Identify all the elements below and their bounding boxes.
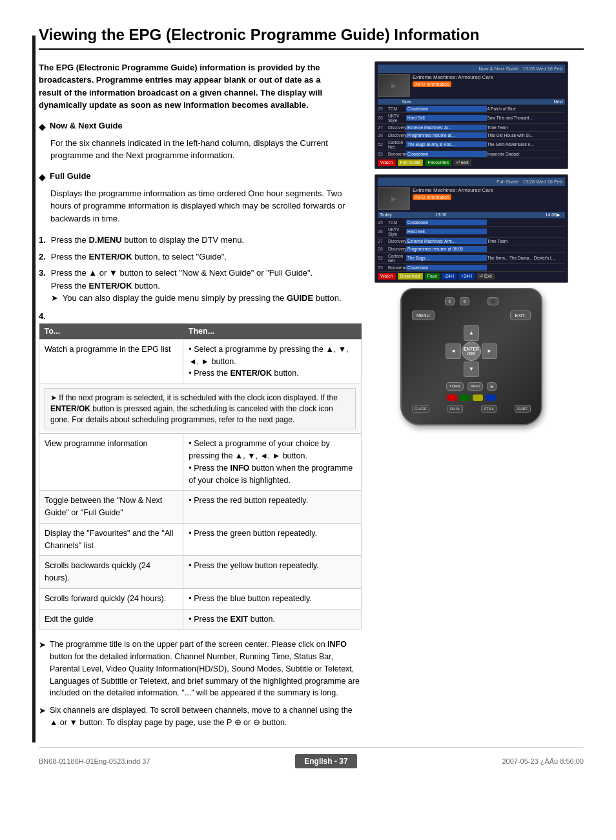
page-title: Viewing the EPG (Electronic Programme Gu… bbox=[39, 26, 584, 50]
epg-info-button-2[interactable]: INFO Information bbox=[413, 194, 451, 200]
step-4-container: 4. To... Then... Watch a programme in th… bbox=[39, 311, 362, 630]
remote-body: ① ② ⬛ MENU EXIT- bbox=[400, 288, 542, 425]
table-row: View programme information• Select a pro… bbox=[39, 434, 362, 491]
bottom-notes: ➤ The programme title is on the upper pa… bbox=[39, 639, 362, 728]
epg-favourites-btn[interactable]: Favourites bbox=[425, 159, 451, 166]
epg-full-guide-header: Today 13:00 14:00 ▶ bbox=[378, 212, 565, 218]
epg-thumbnail: ▶ bbox=[378, 74, 410, 97]
epg-24h-back-btn[interactable]: -24H bbox=[442, 273, 457, 280]
epg-channel-row: 28DiscoveryH.Programmes resume at...This… bbox=[378, 132, 565, 139]
epg-24h-fwd-btn[interactable]: +24H bbox=[458, 273, 475, 280]
section-now-next-title: Now & Next Guide bbox=[50, 121, 123, 130]
table-cell-to: Exit the guide bbox=[39, 609, 183, 630]
remote-color-buttons bbox=[412, 394, 531, 401]
epg-download-btn[interactable]: Download bbox=[398, 273, 423, 280]
table-header-to: To... bbox=[39, 323, 183, 340]
step-2-text: Press the ENTER/OK button, to select "Gu… bbox=[51, 251, 227, 263]
remote-subt-btn[interactable]: SUBT. bbox=[515, 405, 531, 413]
remote-enter-btn[interactable]: ENTER/OK bbox=[462, 342, 481, 361]
remote-yellow-btn[interactable] bbox=[473, 394, 483, 401]
section-now-next: ◆ Now & Next Guide bbox=[39, 121, 362, 132]
epg-channel-row: 26UKTV StyleHard SellSaw This and Though… bbox=[378, 113, 565, 124]
epg-prog-info-2: Extreme Machines: Armoured Cars INFO Inf… bbox=[413, 187, 565, 210]
remote-right-btn[interactable]: ► bbox=[482, 343, 497, 359]
table-cell-then: • Press the EXIT button. bbox=[183, 609, 362, 630]
table-row: Scrolls forward quickly (24 hours).• Pre… bbox=[39, 588, 362, 609]
remote-extra-btn[interactable]: ☰ bbox=[487, 382, 497, 391]
step-3: 3. Press the ▲ or ▼ button to select "No… bbox=[39, 267, 362, 305]
note-cell: ➤ If the next program is selected, it is… bbox=[39, 384, 362, 434]
bottom-note-2-text: Six channels are displayed. To scroll be… bbox=[50, 704, 362, 729]
bottom-note-1-text: The programme title is on the upper part… bbox=[50, 639, 362, 699]
table-cell-to: Display the "Favourites" and the "All Ch… bbox=[39, 523, 183, 556]
epg-channel-row: 53BoomerangClosedown bbox=[378, 264, 565, 272]
epg-channel-row: 25TCMClosedownA Patch of Blue bbox=[378, 105, 565, 113]
table-cell-to: Scrolls forward quickly (24 hours). bbox=[39, 588, 183, 609]
note-row: ➤ If the next program is selected, it is… bbox=[39, 384, 362, 434]
table-cell-to: Watch a programme in the EPG list bbox=[39, 339, 183, 384]
epg-now-next-rows: 25TCMClosedownA Patch of Blue26UKTV Styl… bbox=[378, 105, 565, 158]
step-4-num: 4. bbox=[39, 311, 46, 321]
bottom-note-1: ➤ The programme title is on the upper pa… bbox=[39, 639, 362, 699]
section-now-next-body: For the six channels indicated in the le… bbox=[50, 137, 362, 162]
remote-turn-btn[interactable]: TURN bbox=[446, 382, 464, 391]
remote-btn-1[interactable]: ① bbox=[445, 297, 455, 305]
remote-exit-btn[interactable]: EXIT- bbox=[510, 311, 531, 320]
epg-channel-row: 53BoomerangClosedownInspector Gadget bbox=[378, 150, 565, 158]
epg-info-button[interactable]: INFO Information bbox=[413, 81, 451, 87]
remote-red-btn[interactable] bbox=[447, 394, 457, 401]
remote-green-btn[interactable] bbox=[460, 394, 470, 401]
epg-channel-row: 25TCMClosedown bbox=[378, 219, 565, 227]
remote-menu-btn[interactable]: MENU bbox=[412, 311, 435, 320]
remote-btn-3[interactable]: ⬛ bbox=[488, 297, 498, 305]
guide-table: To... Then... Watch a programme in the E… bbox=[39, 323, 362, 630]
epg-exit-btn[interactable]: ⏎ Exit bbox=[453, 159, 471, 166]
remote-dpad: ▲ ▼ ◄ ► ENTER/OK bbox=[446, 325, 497, 377]
step-3-text: Press the ▲ or ▼ button to select "Now &… bbox=[51, 267, 342, 305]
remote-dpad-area: ▲ ▼ ◄ ► ENTER/OK bbox=[412, 325, 531, 377]
epg-channel-row: 52Cartoon Net.The Bugs...The 6mm... The … bbox=[378, 253, 565, 264]
remote-turn-info-row: TURN INFO ☰ bbox=[412, 382, 531, 391]
epg-full-guide-screen: Full Guide 13:28 Wed 16 Feb ▶ Extreme Ma… bbox=[375, 174, 568, 283]
step-1-text: Press the D.MENU button to display the D… bbox=[51, 234, 244, 247]
table-cell-then: • Select a programme by pressing the ▲, … bbox=[183, 339, 362, 384]
section-full-guide-body: Displays the programme information as ti… bbox=[50, 187, 362, 225]
epg-now-next-header: Now Next bbox=[378, 99, 565, 105]
epg-channel-row: 27DiscoveryExtreme Machines: Arm...Time … bbox=[378, 238, 565, 245]
remote-guide-btn[interactable]: GUIDE bbox=[412, 405, 429, 413]
epg-channel-row: 27DiscoveryExtreme Machines: Ar...Time T… bbox=[378, 124, 565, 132]
right-panel: Now & Next Guide 13:28 Wed 16 Feb ▶ Extr… bbox=[375, 61, 568, 734]
epg-full-guide-title: Full Guide 13:28 Wed 16 Feb bbox=[378, 178, 565, 186]
epg-watch-btn[interactable]: Watch bbox=[378, 159, 396, 166]
remote-down-btn[interactable]: ▼ bbox=[464, 362, 479, 377]
table-row: Watch a programme in the EPG list• Selec… bbox=[39, 339, 362, 384]
epg-channel-row: 28DiscoveryH.Programmes resume at 06:00 bbox=[378, 245, 565, 253]
epg-favourites-btn-2[interactable]: Favs bbox=[425, 273, 440, 280]
remote-up-btn[interactable]: ▲ bbox=[464, 325, 479, 341]
table-cell-then: • Press the blue button repeatedly. bbox=[183, 588, 362, 609]
epg-watch-btn-2[interactable]: Watch bbox=[378, 273, 396, 280]
remote-control-image: ① ② ⬛ MENU EXIT- bbox=[375, 288, 568, 425]
remote-top-buttons: ① ② ⬛ bbox=[412, 297, 531, 305]
diamond-icon: ◆ bbox=[39, 121, 46, 132]
epg-now-next-footer: Watch Full Guide Favourites ⏎ Exit bbox=[378, 159, 565, 166]
table-header-then: Then... bbox=[183, 323, 362, 340]
table-cell-then: • Press the red button repeatedly. bbox=[183, 491, 362, 524]
intro-text: The EPG (Electronic Programme Guide) inf… bbox=[39, 61, 336, 112]
remote-left-btn[interactable]: ◄ bbox=[446, 343, 461, 359]
remote-blue-btn[interactable] bbox=[486, 394, 496, 401]
epg-thumbnail-2: ▶ bbox=[378, 187, 410, 210]
remote-btn-2[interactable]: ② bbox=[460, 297, 469, 305]
epg-full-guide-btn[interactable]: Full Guide bbox=[398, 159, 424, 166]
page-footer: BN68-01186H-01Eng-0523.indd 37 English -… bbox=[39, 747, 584, 768]
epg-now-next-title: Now & Next Guide 13:28 Wed 16 Feb bbox=[378, 65, 565, 73]
table-cell-then: • Press the yellow button repeatedly. bbox=[183, 556, 362, 589]
steps-list: 1. Press the D.MENU button to display th… bbox=[39, 234, 362, 305]
diamond-icon-2: ◆ bbox=[39, 172, 46, 182]
remote-info-btn[interactable]: INFO bbox=[467, 382, 483, 391]
remote-dual-btn[interactable]: DUAL bbox=[447, 405, 463, 413]
epg-channel-row: 52Cartoon Net.The Bugs Bunny & Ros...The… bbox=[378, 139, 565, 150]
remote-still-btn[interactable]: STILL bbox=[481, 405, 497, 413]
footer-date-info: 2007-05-23 ¿ÀÄü 8:56:00 bbox=[502, 757, 584, 765]
epg-exit-btn-2[interactable]: ⏎ Exit bbox=[477, 273, 495, 280]
